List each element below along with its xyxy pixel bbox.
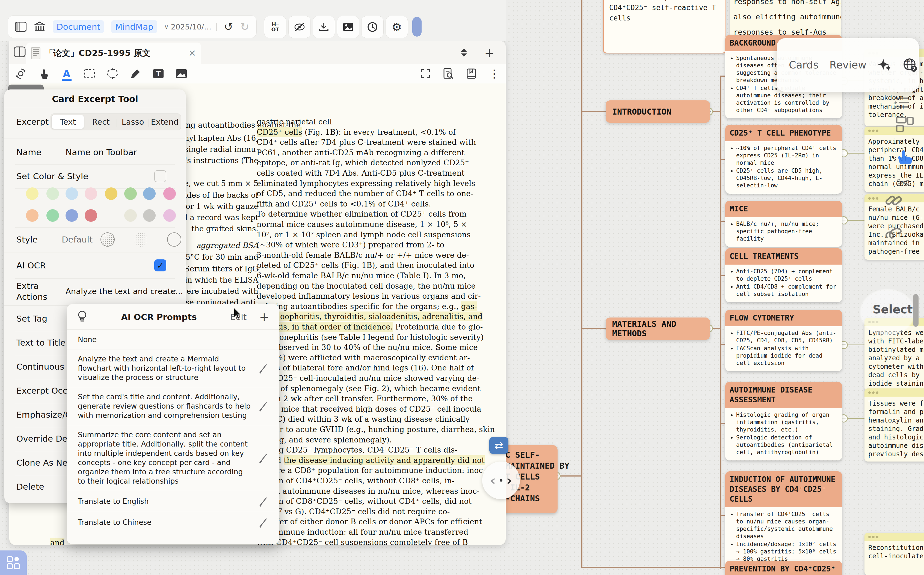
hand-tool-icon[interactable] (32, 68, 55, 79)
menu-item-continuous[interactable]: Continuous (16, 362, 64, 372)
pdf-text-line[interactable]: CD25⁺ cells (Fig. 1B): in every treatmen… (256, 128, 456, 137)
more-options-icon[interactable]: ⋮ (483, 67, 506, 80)
color-swatch[interactable] (84, 209, 97, 222)
pdf-text-fragment[interactable]: y. Serum titers of IgG (177, 264, 258, 273)
pdf-text-line[interactable]: insulitis, in that order of incidence. P… (256, 322, 483, 331)
tab-sort-icon[interactable] (460, 48, 468, 57)
pdf-text-line[interactable]: was observed in 30 to 40% of the nu/nu m… (256, 343, 478, 352)
pdf-text-line[interactable]: within 2 wk after cell transfer. Further… (256, 394, 473, 403)
color-swatch[interactable] (65, 187, 78, 200)
segment-extend[interactable]: Extend (149, 117, 181, 127)
ai-sparkle-icon[interactable] (877, 58, 892, 72)
link-icon[interactable] (884, 191, 903, 210)
style-option-outline[interactable] (167, 232, 181, 246)
page-flip-control[interactable]: ‹ › (482, 462, 520, 499)
prompt-item[interactable]: Set the card's title and content. Additi… (67, 388, 279, 425)
pdf-text-line[interactable]: To determine whether elimination of CD25… (256, 210, 467, 218)
color-swatch[interactable] (124, 209, 137, 222)
mindmap-node-cell-treatments[interactable]: CELL TREATMENTSAnti-CD25 (7D4) + complem… (725, 248, 842, 302)
add-prompt-button[interactable]: + (259, 310, 269, 324)
pdf-text-fragment[interactable]: e single radial immu- (178, 145, 258, 154)
date-dropdown[interactable]: ∨ 2025/10/… (164, 23, 217, 31)
edit-pencil-icon[interactable] (258, 517, 269, 528)
pdf-text-line[interactable]: closed the disease-inducing activity and… (256, 456, 485, 465)
scissors-icon[interactable]: ✂ (897, 173, 910, 192)
tab-document[interactable]: Document (53, 20, 104, 33)
pdf-text-fragment[interactable]: aggregated BSA (196, 241, 258, 249)
review-button[interactable]: Review (830, 59, 867, 71)
prompt-item[interactable]: Summarize the core content and set an ap… (67, 425, 279, 491)
pdf-text-line[interactable]: require a CD8⁺ population for autoimmune… (256, 466, 486, 475)
pdf-text-line[interactable]: Among CD25⁻ lymphocytes, CD4⁺CD25⁻ T cel… (256, 445, 457, 454)
pdf-text-fragment[interactable]: e, we cut 5 mm × 5 (184, 179, 258, 187)
segment-text[interactable]: Text (52, 115, 84, 129)
pdf-text-line[interactable]: duced autoimmune diseases in nu/nu mice,… (256, 487, 480, 496)
pdf-text-fragment[interactable]: the grafted skins. (191, 224, 258, 233)
pdf-text-line[interactable]: PC61, another anti-CD25 mAb recognizing … (256, 148, 464, 157)
download-button[interactable] (313, 16, 335, 38)
mindmap-card-activation-expansion[interactable]: activation/expansion of CD4⁺CD25⁻ self-r… (603, 0, 726, 54)
bookmark-icon[interactable] (460, 68, 483, 79)
pdf-text-line[interactable]: merulonephritis (see Table I legend for … (256, 333, 484, 342)
menu-item-clone-as-ne[interactable]: Clone As Ne (16, 458, 67, 467)
segment-lasso[interactable]: Lasso (117, 117, 149, 127)
mindmap-note-card[interactable]: Approximately 10% of peripheral CD4⁺ cel… (865, 127, 924, 192)
split-view-icon[interactable] (14, 46, 25, 57)
pdf-text-line[interactable]: ulation of CD8⁺CD25⁻ cells, without CD4⁺… (256, 497, 472, 505)
pdf-text-line[interactable]: tritis, oophoritis, thyroiditis, siaload… (256, 312, 483, 321)
pdf-text-line[interactable]: culating autoantibodies specific for the… (256, 302, 477, 311)
mindmap-node-mice[interactable]: MICEBALB/c nu/+, nu/nu mice; specific pa… (725, 201, 842, 247)
pdf-text-line[interactable]: autoimmune induction: all four nu/nu mic… (256, 527, 468, 536)
squiggle-draw-icon[interactable] (884, 221, 906, 242)
cards-button[interactable]: Cards (789, 59, 819, 71)
edit-pencil-icon[interactable] (258, 363, 269, 374)
workspace-switcher-icon[interactable] (0, 550, 27, 575)
pdf-text-line[interactable]: with CD4⁺CD25⁻ cell suspensions complete… (256, 538, 468, 545)
menu-item-excerpt-occ[interactable]: Excerpt Occ (16, 386, 67, 396)
close-tab-icon[interactable]: ✕ (188, 48, 196, 59)
mindmap-node-flow-cytometry[interactable]: FLOW CYTOMETRYFITC/PE-conjugated Abs (an… (725, 310, 842, 371)
ai-ocr-checkbox[interactable]: ✓ (154, 259, 166, 272)
pdf-text-fragment[interactable]: and (50, 538, 64, 545)
pdf-text-line[interactable]: CD4⁺ cells after 7D4 plus C-treatment we… (256, 138, 476, 146)
history-button[interactable] (361, 16, 384, 38)
pdf-text-line[interactable]: 3-month-old female BALB/c nu/+ or +/+ mi… (256, 251, 469, 259)
pdf-text-fragment[interactable]: er's instructions (The (177, 156, 258, 165)
color-swatch[interactable] (163, 209, 176, 222)
excerpt-mode-segmented-control[interactable]: TextRectLassoExtend (51, 113, 181, 130)
mindmap-node-materials-and-methods[interactable]: MATERIALS AND METHODS (605, 318, 710, 340)
edit-pencil-icon[interactable] (258, 453, 269, 464)
rect-excerpt-icon[interactable] (78, 69, 101, 79)
undo-button[interactable]: ↺ (224, 21, 233, 33)
pdf-text-line[interactable]: (~10%) were afflicted with macroscopical… (256, 353, 470, 362)
pointer-thumb-icon[interactable] (897, 149, 915, 165)
color-swatch[interactable] (163, 187, 176, 200)
swap-view-button[interactable]: ⇄ (489, 437, 508, 454)
pdf-text-line[interactable]: ulation of CD4⁺CD25⁻ cells, without CD8⁺… (256, 476, 454, 485)
redo-button[interactable]: ↻ (240, 21, 249, 33)
pdf-text-line[interactable]: eliminated lymphocytes expressing relati… (256, 179, 475, 187)
pdf-text-line[interactable]: (~30% of which were CD3⁺) prepared from … (256, 240, 444, 249)
mindmap-node-cd25-t-cell-phenotype[interactable]: CD25⁺ T CELL PHENOTYPE~10% of peripheral… (725, 125, 842, 194)
pdf-text-line[interactable]: epitope, or anti-rat Ig, which detected … (256, 158, 469, 167)
pdf-text-line[interactable]: depending on the inoculated cell dosage,… (256, 281, 476, 290)
pdf-text-line[interactable]: 6-wk-old female BALB/c nu/nu mice (Table… (256, 271, 466, 280)
insert-image-button[interactable] (337, 16, 359, 38)
document-tab[interactable]: 「论文」CD25-1995 原文 ✕ (26, 43, 201, 64)
menu-item-delete[interactable]: Delete (16, 482, 44, 492)
settings-button[interactable]: ⚙ (386, 16, 408, 38)
pdf-text-line[interactable]: 10⁷, or 1 × 10⁷ spleen and lymph node ce… (256, 230, 471, 239)
text-frame-icon[interactable]: T (147, 68, 170, 79)
translate-globe-icon[interactable]: www2 (902, 57, 918, 73)
sidebar-toggle-icon[interactable] (15, 21, 27, 33)
color-swatch[interactable] (65, 209, 78, 222)
pdf-text-line[interactable]: of CD5, and reduced the number of CD4⁺ T… (256, 189, 473, 198)
prompt-item[interactable]: Translate to English (67, 491, 279, 512)
segment-rect[interactable]: Rect (85, 117, 117, 127)
hide-annotations-button[interactable] (288, 16, 311, 38)
mindmap-note-card[interactable]: Tissues were fixed in 10% formalin and p… (865, 388, 924, 462)
color-swatch[interactable] (143, 209, 156, 222)
color-swatch[interactable] (143, 187, 156, 200)
color-swatch[interactable] (124, 187, 137, 200)
color-swatch[interactable] (46, 209, 59, 222)
